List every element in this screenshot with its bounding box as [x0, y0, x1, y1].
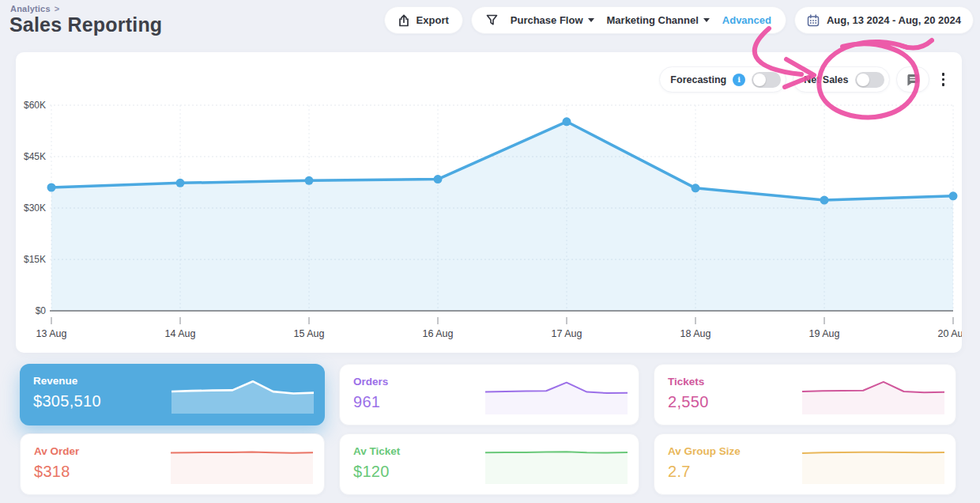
- chart-card: $0$15K$30K$45K$60K13 Aug14 Aug15 Aug16 A…: [16, 52, 962, 353]
- forecasting-toggle[interactable]: [752, 72, 781, 88]
- metric-value: $120: [353, 463, 390, 481]
- metric-cards-grid: Revenue$305,510Orders961Tickets2,550Av O…: [20, 364, 956, 495]
- annotation-circle-tail: [902, 40, 932, 47]
- data-point[interactable]: [176, 179, 185, 187]
- metric-value: 961: [353, 393, 380, 411]
- advanced-button[interactable]: Advanced: [722, 14, 771, 26]
- export-button[interactable]: Export: [384, 6, 463, 34]
- data-point[interactable]: [820, 196, 829, 205]
- forecasting-label: Forecasting: [670, 74, 726, 85]
- breadcrumb-label[interactable]: Analytics: [10, 4, 51, 13]
- x-axis-label: 19 Aug: [809, 328, 840, 339]
- metric-card-revenue[interactable]: Revenue$305,510: [20, 364, 325, 425]
- x-axis-label: 15 Aug: [294, 328, 325, 339]
- metric-sparkline: [485, 376, 628, 414]
- filter-icon: [486, 14, 498, 26]
- metric-card-orders[interactable]: Orders961: [339, 364, 639, 425]
- metric-label: Revenue: [33, 375, 77, 387]
- metric-label: Av Group Size: [668, 445, 741, 457]
- y-axis-label: $15K: [24, 254, 46, 265]
- x-axis-label: 13 Aug: [36, 328, 67, 339]
- data-point[interactable]: [305, 176, 314, 185]
- data-point[interactable]: [563, 117, 571, 126]
- date-range-label: Aug, 13 2024 - Aug, 20 2024: [827, 14, 961, 26]
- comment-icon: [905, 73, 920, 87]
- metric-label: Av Ticket: [353, 445, 400, 457]
- net-sales-toggle[interactable]: [855, 72, 884, 88]
- export-label: Export: [416, 14, 449, 26]
- metric-sparkline: [485, 446, 628, 484]
- info-icon[interactable]: i: [733, 74, 745, 86]
- purchase-flow-dropdown[interactable]: Purchase Flow: [511, 14, 594, 26]
- comment-button[interactable]: [896, 66, 929, 93]
- metric-card-tickets[interactable]: Tickets2,550: [654, 364, 956, 425]
- metric-sparkline: [802, 446, 944, 484]
- toggle-knob: [753, 74, 766, 86]
- x-axis-label: 17 Aug: [552, 328, 582, 339]
- sales-reporting-page: Analytics> Sales Reporting Export Purcha…: [0, 0, 980, 503]
- metric-value: $318: [34, 463, 70, 481]
- metric-value: $305,510: [33, 392, 101, 410]
- metric-sparkline: [171, 446, 313, 484]
- x-axis-label: 18 Aug: [680, 328, 711, 339]
- forecasting-pill: Forecasting i: [659, 66, 786, 93]
- metric-card-av-group-size[interactable]: Av Group Size2.7: [654, 433, 956, 495]
- chevron-down-icon: [703, 18, 710, 22]
- marketing-channel-label: Marketing Channel: [607, 14, 699, 26]
- y-axis-label: $45K: [24, 151, 46, 162]
- data-point[interactable]: [692, 183, 700, 192]
- page-title: Sales Reporting: [9, 13, 162, 36]
- filters-bar: Purchase Flow Marketing Channel Advanced: [471, 6, 786, 34]
- y-axis-label: $60K: [24, 100, 46, 111]
- x-axis-label: 16 Aug: [423, 328, 454, 339]
- x-axis-label: 14 Aug: [165, 328, 196, 339]
- metric-sparkline: [172, 376, 314, 414]
- metric-sparkline: [802, 376, 944, 414]
- metric-value: 2.7: [668, 463, 691, 481]
- data-point[interactable]: [47, 183, 56, 192]
- purchase-flow-label: Purchase Flow: [511, 14, 583, 26]
- metric-value: 2,550: [668, 393, 709, 411]
- kebab-menu-icon[interactable]: [936, 68, 952, 91]
- y-axis-label: $30K: [24, 202, 46, 214]
- y-axis-label: $0: [36, 305, 47, 316]
- breadcrumb-separator: >: [55, 4, 60, 13]
- calendar-icon: [807, 14, 820, 27]
- metric-card-av-ticket[interactable]: Av Ticket$120: [339, 433, 639, 495]
- metric-label: Orders: [353, 376, 388, 388]
- data-point[interactable]: [434, 175, 443, 183]
- toggle-knob: [857, 74, 869, 86]
- toolbar: Export Purchase Flow Marketing Channel A…: [384, 6, 974, 34]
- sales-line-chart: $0$15K$30K$45K$60K13 Aug14 Aug15 Aug16 A…: [16, 52, 962, 353]
- chart-controls: Forecasting i Net Sales: [659, 66, 951, 93]
- net-sales-label: Net Sales: [804, 74, 848, 85]
- metric-label: Av Order: [34, 445, 79, 457]
- metric-label: Tickets: [668, 376, 704, 388]
- breadcrumb[interactable]: Analytics>: [10, 4, 59, 13]
- chevron-down-icon: [588, 18, 594, 22]
- date-range-picker[interactable]: Aug, 13 2024 - Aug, 20 2024: [794, 6, 974, 34]
- net-sales-pill: Net Sales: [793, 66, 889, 93]
- data-point[interactable]: [949, 191, 958, 200]
- metric-card-av-order[interactable]: Av Order$318: [20, 433, 325, 495]
- marketing-channel-dropdown[interactable]: Marketing Channel: [607, 14, 710, 26]
- share-icon: [398, 14, 409, 27]
- x-axis-label: 20 Aug: [938, 328, 962, 339]
